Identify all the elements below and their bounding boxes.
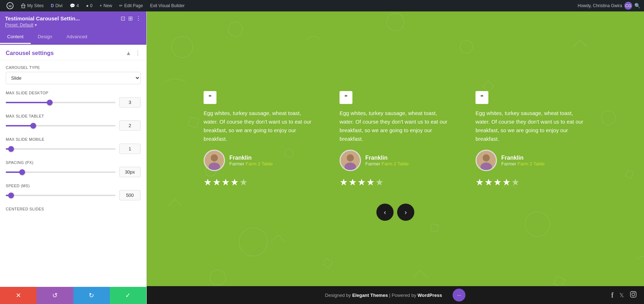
undo-button[interactable]: ↺ xyxy=(36,287,73,304)
author-info-1: Franklin Farmer Farm 2 Table xyxy=(229,155,273,166)
spacing-row: 30px xyxy=(6,167,141,177)
focus-icon[interactable]: ⊡ xyxy=(121,15,125,22)
testimonial-author-3: Franklin Farmer Farm 2 Table xyxy=(475,150,587,171)
edit-page-item[interactable]: ✏ Edit Page xyxy=(116,0,146,11)
carousel-prev-button[interactable]: ‹ xyxy=(376,204,394,221)
speed-group: Speed (ms) 500 xyxy=(6,184,141,200)
author-role-1: Farmer Farm 2 Table xyxy=(229,161,273,166)
instagram-icon[interactable] xyxy=(630,291,637,300)
author-link-2[interactable]: Farm 2 Table xyxy=(382,161,409,166)
svg-point-30 xyxy=(635,292,635,293)
collapse-icon[interactable]: ▲ xyxy=(126,50,131,56)
wordpress-link[interactable]: WordPress xyxy=(418,293,442,298)
comment-icon: 💬 xyxy=(70,3,75,8)
edit-page-label: Edit Page xyxy=(124,3,143,8)
cancel-icon: ✕ xyxy=(16,291,21,299)
quote-icon-3: " xyxy=(475,91,488,104)
max-slide-tablet-slider[interactable] xyxy=(6,125,116,126)
max-slide-mobile-slider[interactable] xyxy=(6,148,116,150)
star-rating-3: ★★★★★ xyxy=(475,177,587,188)
undo-icon: ↺ xyxy=(52,291,58,299)
carousel-section: " Egg whites, turkey sausage, wheat toas… xyxy=(147,29,644,275)
max-slide-tablet-value[interactable]: 2 xyxy=(119,120,141,131)
comment-count: 4 xyxy=(77,3,79,8)
max-slide-mobile-group: Max Slide Mobile 1 xyxy=(6,137,141,154)
centered-slides-group: Centered Slides xyxy=(6,207,141,211)
author-link-1[interactable]: Farm 2 Table xyxy=(246,161,273,166)
section-menu-icon[interactable]: ⋮ xyxy=(135,50,141,56)
elegant-themes-link[interactable]: Elegant Themes xyxy=(352,293,388,298)
testimonial-card-3: " Egg whites, turkey sausage, wheat toas… xyxy=(467,84,596,195)
layout-icon[interactable]: ⊞ xyxy=(128,15,133,22)
cancel-button[interactable]: ✕ xyxy=(0,287,36,304)
quote-icon-1: " xyxy=(204,91,216,104)
prev-arrow-icon: ‹ xyxy=(384,209,386,216)
panel-title-icons: ⊡ ⊞ ⋮ xyxy=(121,15,141,22)
tab-design[interactable]: Design xyxy=(31,30,59,44)
max-slide-desktop-slider[interactable] xyxy=(6,102,116,103)
star-rating-2: ★★★★★ xyxy=(340,177,451,188)
preview-footer: Designed by Elegant Themes | Powered by … xyxy=(147,286,644,304)
author-info-3: Franklin Farmer Farm 2 Table xyxy=(501,155,545,166)
carousel-navigation: ‹ › xyxy=(376,204,414,221)
author-role-3: Farmer Farm 2 Table xyxy=(501,161,545,166)
footer-fab-button[interactable]: ··· xyxy=(453,289,465,301)
divi-label: Divi xyxy=(55,3,63,8)
section-header-icons: ▲ ⋮ xyxy=(126,50,141,56)
avatar-image-3 xyxy=(477,151,496,170)
panel-header: Testimonial Carousel Settin... ⊡ ⊞ ⋮ Pre… xyxy=(0,11,146,30)
spacing-slider[interactable] xyxy=(6,171,116,173)
author-link-3[interactable]: Farm 2 Table xyxy=(518,161,545,166)
author-name-1: Franklin xyxy=(229,155,273,161)
edit-icon: ✏ xyxy=(119,3,123,8)
search-icon[interactable]: 🔍 xyxy=(634,3,640,9)
comment-zero: 0 xyxy=(90,3,93,8)
spacing-value[interactable]: 30px xyxy=(119,167,141,177)
my-sites-item[interactable]: My Sites xyxy=(18,0,47,11)
panel-content: Carousel settings ▲ ⋮ Carousel Type Slid… xyxy=(0,45,146,287)
panel-title: Testimonial Carousel Settin... xyxy=(5,15,80,21)
twitter-icon[interactable]: 𝕏 xyxy=(619,292,624,299)
redo-button[interactable]: ↻ xyxy=(73,287,110,304)
comments-item[interactable]: 💬 4 xyxy=(67,0,82,11)
tab-advanced[interactable]: Advanced xyxy=(59,30,94,44)
carousel-type-select[interactable]: Slide Fade Cube Coverflow Flip xyxy=(6,72,141,84)
author-role-2: Farmer Farm 2 Table xyxy=(365,161,409,166)
tab-content[interactable]: Content xyxy=(0,30,31,44)
fab-icon: ··· xyxy=(457,292,462,298)
carousel-type-label: Carousel Type xyxy=(6,65,141,70)
facebook-icon[interactable]: f xyxy=(611,291,614,299)
max-slide-mobile-row: 1 xyxy=(6,144,141,154)
svg-point-20 xyxy=(211,154,218,161)
wp-logo-item[interactable]: W xyxy=(4,0,16,11)
speed-value[interactable]: 500 xyxy=(119,190,141,200)
max-slide-mobile-value[interactable]: 1 xyxy=(119,144,141,154)
star-rating-1: ★★★★★ xyxy=(204,177,315,188)
spacing-group: Spacing (px) 30px xyxy=(6,160,141,177)
svg-text:W: W xyxy=(9,4,12,8)
exit-builder-item[interactable]: Exit Visual Builder xyxy=(147,0,187,11)
max-slide-desktop-value[interactable]: 3 xyxy=(119,97,141,108)
new-button[interactable]: + New xyxy=(97,0,115,11)
testimonial-text-3: Egg whites, turkey sausage, wheat toast,… xyxy=(475,109,587,143)
speed-slider[interactable] xyxy=(6,195,116,196)
howdy-label: Howdy, Christina Gwira xyxy=(578,3,622,8)
divi-item[interactable]: D Divi xyxy=(48,0,65,11)
bottom-toolbar: ✕ ↺ ↻ ✓ xyxy=(0,287,146,304)
panel-tabs: Content Design Advanced xyxy=(0,30,146,45)
author-avatar-1 xyxy=(204,150,225,171)
comment-bubble-item[interactable]: ● 0 xyxy=(83,0,95,11)
exit-builder-label: Exit Visual Builder xyxy=(150,3,185,8)
max-slide-desktop-group: Max Slide Desktop 3 xyxy=(6,91,141,108)
preset-selector[interactable]: Preset: Default ▾ xyxy=(5,23,141,28)
carousel-type-group: Carousel Type Slide Fade Cube Coverflow … xyxy=(6,65,141,84)
save-button[interactable]: ✓ xyxy=(110,287,146,304)
testimonial-author-2: Franklin Farmer Farm 2 Table xyxy=(340,150,451,171)
carousel-next-button[interactable]: › xyxy=(397,204,414,221)
max-slide-desktop-label: Max Slide Desktop xyxy=(6,91,141,95)
svg-rect-2 xyxy=(22,6,25,8)
more-icon[interactable]: ⋮ xyxy=(136,15,141,22)
author-name-3: Franklin xyxy=(501,155,545,161)
author-avatar-3 xyxy=(475,150,497,171)
svg-point-29 xyxy=(632,293,635,296)
